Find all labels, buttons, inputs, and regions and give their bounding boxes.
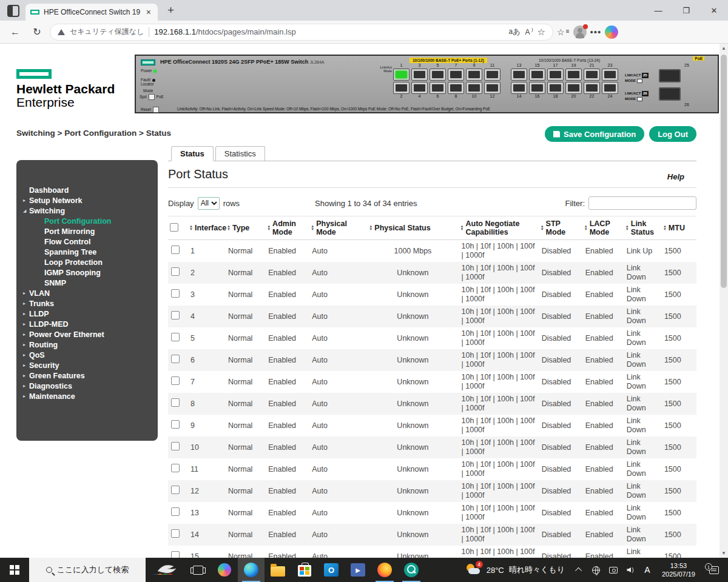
show-hidden-icons-button[interactable] xyxy=(572,558,587,582)
microsoft-store-button[interactable] xyxy=(291,558,318,582)
panel-port-13[interactable] xyxy=(511,69,527,81)
sidebar-item-green-features[interactable]: ▸Green Features xyxy=(16,370,158,381)
panel-port-8[interactable] xyxy=(448,82,464,94)
row-checkbox[interactable] xyxy=(171,289,180,298)
column-header-admin-mode[interactable]: ▲▼Admin Mode xyxy=(265,216,309,240)
network-tray-button[interactable] xyxy=(589,558,604,582)
movies-tv-button[interactable] xyxy=(345,558,371,582)
panel-port-14[interactable] xyxy=(511,82,527,94)
row-checkbox[interactable] xyxy=(171,246,180,254)
ime-mode-button[interactable]: A xyxy=(640,558,655,582)
sidebar-item-setup-network[interactable]: ▸Setup Network xyxy=(16,195,158,206)
column-header-lacp-mode[interactable]: ▲▼LACP Mode xyxy=(582,216,624,240)
sfp-port-26[interactable] xyxy=(659,87,681,101)
weather-widget[interactable]: 4 28°C 晴れ時々くもり xyxy=(459,558,572,582)
sidebar-item-port-mirroring[interactable]: Port Mirroring xyxy=(16,226,158,236)
sidebar-item-qos[interactable]: ▸QoS xyxy=(16,350,158,360)
column-header-type[interactable]: ▲▼Type xyxy=(225,216,265,240)
row-checkbox[interactable] xyxy=(171,529,180,538)
sidebar-item-igmp-snooping[interactable]: IGMP Snooping xyxy=(16,267,158,278)
tab-status[interactable]: Status xyxy=(171,146,214,161)
taskbar-copilot-button[interactable] xyxy=(211,558,238,582)
firefox-button[interactable] xyxy=(371,558,398,582)
panel-port-19[interactable] xyxy=(565,69,582,81)
panel-port-10[interactable] xyxy=(466,82,482,94)
copilot-icon[interactable] xyxy=(605,25,618,39)
row-checkbox[interactable] xyxy=(171,486,180,494)
panel-port-15[interactable] xyxy=(529,69,545,81)
panel-port-12[interactable] xyxy=(484,82,500,94)
row-checkbox[interactable] xyxy=(171,464,180,472)
sfp-port-25[interactable] xyxy=(659,69,681,82)
column-header-auto-negotiate-capabilities[interactable]: ▲▼Auto Negotiate Capabilities xyxy=(459,216,539,240)
scrollbar-thumb[interactable] xyxy=(721,55,727,288)
sidebar-item-port-configuration[interactable]: Port Configuration xyxy=(16,216,158,226)
panel-port-2[interactable] xyxy=(393,82,410,94)
sidebar-item-loop-protection[interactable]: Loop Protection xyxy=(16,257,158,267)
column-header-mtu[interactable]: ▲▼MTU xyxy=(661,216,696,240)
row-checkbox[interactable] xyxy=(171,507,180,516)
reset-button[interactable] xyxy=(153,107,159,113)
sidebar-item-routing[interactable]: ▸Routing xyxy=(16,340,158,350)
favorites-list-icon[interactable]: ☆ xyxy=(557,27,570,37)
panel-port-1[interactable] xyxy=(393,69,410,81)
panel-port-23[interactable] xyxy=(602,69,618,81)
sidebar-item-maintenance[interactable]: ▸Maintenance xyxy=(16,391,158,401)
column-header-physical-status[interactable]: ▲▼Physical Status xyxy=(367,216,458,240)
taskbar-clock[interactable]: 13:532025/07/19 xyxy=(657,561,700,578)
row-checkbox[interactable] xyxy=(171,355,180,363)
panel-port-17[interactable] xyxy=(547,69,564,81)
sidebar-item-spanning-tree[interactable]: Spanning Tree xyxy=(16,247,158,257)
read-aloud-icon[interactable]: A xyxy=(525,28,530,36)
start-button[interactable] xyxy=(0,558,29,582)
new-tab-button[interactable]: + xyxy=(164,4,178,17)
sidebar-item-lldp-med[interactable]: ▸LLDP-MED xyxy=(16,319,158,329)
taskbar-search[interactable]: ここに入力して検索 xyxy=(29,558,146,582)
panel-port-7[interactable] xyxy=(448,69,464,81)
column-header-interface[interactable]: ▲▼Interface xyxy=(187,216,225,240)
row-checkbox[interactable] xyxy=(171,420,180,429)
sidebar-item-diagnostics[interactable]: ▸Diagnostics xyxy=(16,381,158,391)
column-header-stp-mode[interactable]: ▲▼STP Mode xyxy=(539,216,582,240)
sidebar-item-lldp[interactable]: ▸LLDP xyxy=(16,309,158,319)
sidebar-item-snmp[interactable]: SNMP xyxy=(16,278,158,288)
row-checkbox[interactable] xyxy=(171,398,180,407)
panel-port-21[interactable] xyxy=(584,69,600,81)
back-button[interactable]: ← xyxy=(6,27,24,38)
file-explorer-button[interactable] xyxy=(265,558,291,582)
panel-port-16[interactable] xyxy=(529,82,545,94)
sidebar-item-dashboard[interactable]: Dashboard xyxy=(16,185,158,195)
outlook-button[interactable] xyxy=(318,558,345,582)
browser-tab[interactable]: HPE OfficeConnect Switch 1920S × xyxy=(25,4,158,21)
magnifier-app-button[interactable] xyxy=(398,558,425,582)
panel-port-6[interactable] xyxy=(430,82,446,94)
minimize-button[interactable]: — xyxy=(644,0,672,21)
help-link[interactable]: Help xyxy=(667,172,695,181)
tab-actions-button[interactable] xyxy=(7,5,19,17)
panel-port-5[interactable] xyxy=(430,69,446,81)
page-scrollbar[interactable]: ▲ ▼ xyxy=(720,44,728,558)
profile-avatar[interactable] xyxy=(573,25,587,39)
address-bar[interactable]: セキュリティ保護なし 192.168.1.1/htdocs/pages/main… xyxy=(50,24,553,41)
screen-tray-button[interactable] xyxy=(606,558,621,582)
tab-close-icon[interactable]: × xyxy=(144,7,153,17)
panel-port-9[interactable] xyxy=(466,69,482,81)
row-checkbox[interactable] xyxy=(171,442,180,450)
sidebar-item-switching[interactable]: ◢Switching xyxy=(16,206,158,216)
close-button[interactable]: ✕ xyxy=(700,0,728,21)
notification-center-button[interactable]: 1 xyxy=(703,566,726,574)
logout-button[interactable]: Log Out xyxy=(649,126,696,142)
mode-button[interactable] xyxy=(149,94,155,100)
panel-port-18[interactable] xyxy=(547,82,564,94)
task-view-button[interactable] xyxy=(184,558,211,582)
volume-tray-button[interactable]: ) xyxy=(623,558,638,582)
scroll-down-icon[interactable]: ▼ xyxy=(720,550,728,556)
panel-port-3[interactable] xyxy=(411,69,428,81)
tab-statistics[interactable]: Statistics xyxy=(215,146,265,161)
row-checkbox[interactable] xyxy=(171,311,180,319)
row-checkbox[interactable] xyxy=(171,267,180,276)
panel-port-4[interactable] xyxy=(411,82,428,94)
row-checkbox[interactable] xyxy=(171,376,180,385)
sidebar-item-flow-control[interactable]: Flow Control xyxy=(16,236,158,247)
scroll-up-icon[interactable]: ▲ xyxy=(720,45,728,51)
